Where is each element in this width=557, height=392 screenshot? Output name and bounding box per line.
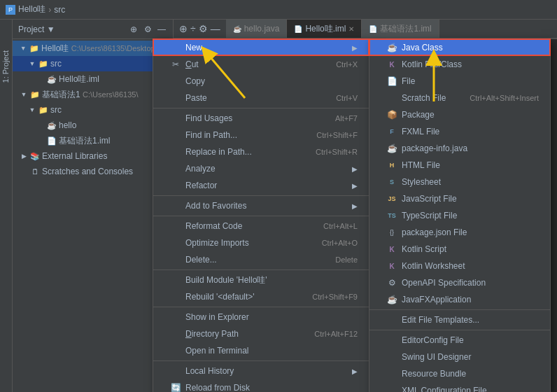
submenu-item-java-class[interactable]: ☕ Java Class bbox=[369, 39, 550, 56]
context-menu-item-build[interactable]: Build Module 'Hello哇' bbox=[153, 272, 369, 288]
file-icon: 📄 bbox=[386, 76, 397, 87]
tree-arrow-empty2 bbox=[36, 121, 45, 130]
submenu-item-resource-bundle[interactable]: Resource Bundle bbox=[369, 365, 550, 382]
java-class-icon: ☕ bbox=[386, 42, 397, 53]
context-menu-item-analyze[interactable]: Analyze ▶ bbox=[153, 160, 369, 177]
context-menu-item-show-explorer[interactable]: Show in Explorer bbox=[153, 309, 369, 326]
copy-icon bbox=[170, 76, 181, 87]
analyze-icon bbox=[170, 163, 181, 174]
submenu-item-xml-config[interactable]: XML Configuration File bbox=[369, 382, 550, 392]
submenu-item-fxml[interactable]: F FXML File bbox=[369, 123, 550, 140]
context-menu-item-history[interactable]: Local History ▶ bbox=[153, 363, 369, 379]
breadcrumb-src: src bbox=[54, 5, 65, 15]
tree-label-src: src bbox=[50, 59, 62, 69]
submenu-new[interactable]: ☕ Java Class K Kotlin File/Class 📄 File bbox=[369, 38, 551, 392]
submenu-item-kotlin[interactable]: K Kotlin File/Class bbox=[369, 56, 550, 73]
tab-nav-add-icon[interactable]: ⊕ bbox=[179, 23, 188, 34]
submenu-item-stylesheet[interactable]: S Stylesheet bbox=[369, 174, 550, 190]
context-menu-item-optimize[interactable]: Optimize Imports Ctrl+Alt+O bbox=[153, 234, 369, 251]
tab-nav-settings-icon[interactable]: ⚙ bbox=[199, 23, 208, 34]
tree-arrow-hello-root: ▼ bbox=[19, 44, 27, 52]
submenu-item-js[interactable]: JS JavaScript File bbox=[369, 190, 550, 207]
tree-item-basics-root[interactable]: ▼ 📁 基础语法1 C:\Users\86135\ bbox=[13, 87, 173, 102]
submenu-item-kotlin-worksheet[interactable]: K Kotlin Worksheet bbox=[369, 258, 550, 274]
tab-hello-iml[interactable]: 📄 Hello哇.iml ✕ bbox=[287, 20, 362, 38]
tree-item-basics-iml[interactable]: 📄 基础语法1.iml bbox=[13, 133, 173, 148]
title-bar: P Hello哇 › src bbox=[0, 0, 557, 20]
java-class-label: Java Class bbox=[402, 43, 443, 52]
context-menu[interactable]: New ▶ ✂ Cut Ctrl+X Copy bbox=[153, 38, 369, 392]
copy-label: Copy bbox=[185, 76, 205, 86]
ide-container: P Hello哇 › src 1: Project Project ▼ ⊕ ⚙ … bbox=[0, 0, 557, 392]
tree-item-src[interactable]: ▼ 📁 src bbox=[13, 56, 173, 71]
submenu-item-javafx[interactable]: ☕ JavaFXApplication bbox=[369, 291, 550, 308]
gear-icon[interactable]: ⚙ bbox=[142, 24, 153, 35]
tab-close-hello-iml[interactable]: ✕ bbox=[348, 25, 354, 33]
submenu-item-openapi[interactable]: ⚙ OpenAPI Specification bbox=[369, 274, 550, 291]
sync-icon[interactable]: ⊕ bbox=[128, 24, 139, 35]
find-usages-shortcut: Alt+F7 bbox=[335, 114, 358, 122]
build-label: Build Module 'Hello哇' bbox=[185, 274, 267, 286]
favorites-arrow: ▶ bbox=[352, 202, 358, 210]
submenu-item-scratch[interactable]: Scratch File Ctrl+Alt+Shift+Insert bbox=[369, 90, 550, 106]
context-menu-item-dir-path[interactable]: Directory Path Ctrl+Alt+F12 bbox=[153, 326, 369, 342]
context-menu-item-reload[interactable]: 🔄 Reload from Disk bbox=[153, 379, 369, 392]
submenu-item-kotlin-script[interactable]: K Kotlin Script bbox=[369, 241, 550, 258]
tree-item-hello-iml[interactable]: ☕ Hello哇.iml bbox=[13, 71, 173, 87]
tab-basics-iml[interactable]: 📄 基础语法1.iml bbox=[362, 20, 439, 38]
tree-arrow-basics-src: ▼ bbox=[28, 106, 36, 114]
tab-hello-java[interactable]: ☕ hello.java bbox=[226, 20, 288, 38]
context-menu-item-paste[interactable]: Paste Ctrl+V bbox=[153, 90, 369, 106]
context-menu-item-refactor[interactable]: Refactor ▶ bbox=[153, 177, 369, 194]
tab-nav-minimize-icon[interactable]: — bbox=[211, 23, 220, 34]
context-menu-item-new[interactable]: New ▶ bbox=[153, 39, 369, 56]
delete-label: Delete... bbox=[185, 255, 217, 265]
tab-nav-split-icon[interactable]: ÷ bbox=[190, 23, 196, 34]
kotlin-label: Kotlin File/Class bbox=[402, 59, 462, 69]
reformat-label: Reformat Code bbox=[185, 221, 242, 231]
close-icon[interactable]: — bbox=[156, 24, 167, 35]
context-menu-item-find-path[interactable]: Find in Path... Ctrl+Shift+F bbox=[153, 127, 369, 144]
submenu-item-ts[interactable]: TS TypeScript File bbox=[369, 207, 550, 224]
scratch-label: Scratch File bbox=[402, 93, 446, 103]
submenu-item-file[interactable]: 📄 File bbox=[369, 73, 550, 90]
separator-5 bbox=[153, 307, 369, 307]
dir-path-shortcut: Ctrl+Alt+F12 bbox=[314, 330, 358, 338]
submenu-item-edit-templates[interactable]: Edit File Templates... bbox=[369, 312, 550, 328]
breadcrumb: P Hello哇 › src bbox=[6, 4, 65, 15]
submenu-item-package-info[interactable]: ☕ package-info.java bbox=[369, 140, 550, 157]
context-menu-item-replace-path[interactable]: Replace in Path... Ctrl+Shift+R bbox=[153, 144, 369, 160]
context-menu-item-reformat[interactable]: Reformat Code Ctrl+Alt+L bbox=[153, 218, 369, 234]
tree-item-external-libs[interactable]: ▶ 📚 External Libraries bbox=[13, 148, 173, 164]
tree-item-basics-src[interactable]: ▼ 📁 src bbox=[13, 102, 173, 118]
context-menu-item-terminal[interactable]: Open in Terminal bbox=[153, 342, 369, 359]
context-menu-item-favorites[interactable]: Add to Favorites ▶ bbox=[153, 197, 369, 214]
tree-label-basics-src: src bbox=[50, 105, 62, 115]
project-panel-header: Project ▼ ⊕ ⚙ — bbox=[13, 20, 173, 39]
context-menu-item-rebuild[interactable]: Rebuild '<default>' Ctrl+Shift+F9 bbox=[153, 288, 369, 305]
tree-item-hello-class[interactable]: ☕ hello bbox=[13, 118, 173, 133]
submenu-item-editorconfig[interactable]: EditorConfig File bbox=[369, 332, 550, 349]
submenu-item-package[interactable]: 📦 Package bbox=[369, 106, 550, 123]
submenu-item-package-json[interactable]: {} package.json File bbox=[369, 224, 550, 241]
tab-label-hello-java: hello.java bbox=[244, 24, 280, 34]
tree-label-basics-iml: 基础语法1.iml bbox=[59, 135, 110, 147]
folder-icon-basics: 📁 bbox=[29, 89, 41, 100]
context-menu-item-copy[interactable]: Copy bbox=[153, 73, 369, 90]
tree-item-hello-root[interactable]: ▼ 📁 Hello哇 C:\Users\86135\Desktop\JavaSE… bbox=[13, 41, 173, 56]
kotlin-script-icon: K bbox=[386, 244, 397, 255]
tree-item-scratches[interactable]: 🗒 Scratches and Consoles bbox=[13, 164, 173, 179]
swing-label: Swing UI Designer bbox=[402, 352, 471, 362]
editorconfig-icon bbox=[386, 335, 397, 346]
submenu-item-swing[interactable]: Swing UI Designer bbox=[369, 349, 550, 365]
submenu-item-html[interactable]: H HTML File bbox=[369, 157, 550, 174]
context-menu-item-find-usages[interactable]: Find Usages Alt+F7 bbox=[153, 110, 369, 127]
side-tool-tab: 1: Project bbox=[0, 20, 13, 392]
project-panel: Project ▼ ⊕ ⚙ — ▼ 📁 Hello哇 C:\Users\8613… bbox=[13, 20, 174, 392]
context-menu-item-cut[interactable]: ✂ Cut Ctrl+X bbox=[153, 56, 369, 73]
side-tool-label[interactable]: 1: Project bbox=[0, 48, 11, 85]
tab-nav: ⊕ ÷ ⚙ — bbox=[174, 20, 226, 38]
analyze-arrow: ▶ bbox=[352, 165, 358, 173]
context-menu-item-delete[interactable]: Delete... Delete bbox=[153, 251, 369, 268]
tab-label-basics-iml: 基础语法1.iml bbox=[380, 23, 431, 35]
